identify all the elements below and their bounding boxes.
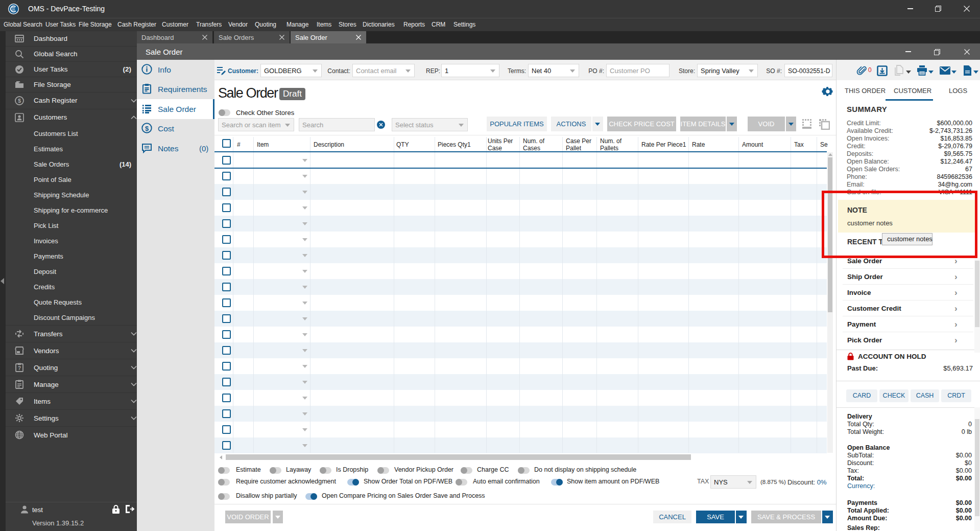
- svg-text:?: ?: [18, 365, 21, 371]
- svg-text:$: $: [145, 125, 149, 132]
- svg-text:$: $: [18, 98, 21, 104]
